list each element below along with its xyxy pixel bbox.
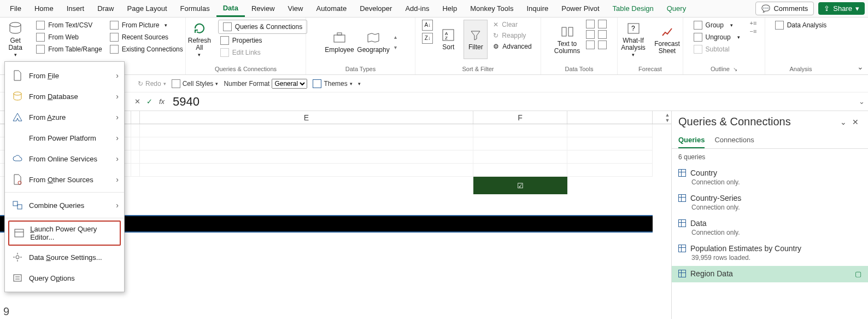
menu-file[interactable]: File: [3, 1, 28, 16]
menu-item-label: Data Source Settings...: [29, 253, 102, 262]
queries-connections-button[interactable]: Queries & Connections: [218, 20, 307, 34]
enter-formula-button[interactable]: ✓: [143, 97, 155, 106]
menu-from-file[interactable]: From File ›: [5, 65, 124, 86]
remove-dupes-icon[interactable]: [586, 30, 595, 39]
column-header-e[interactable]: E: [140, 111, 473, 124]
panel-options-icon[interactable]: ⌄: [837, 118, 849, 126]
sort-asc-icon[interactable]: A↓: [422, 20, 433, 31]
group-button[interactable]: Group▾: [691, 20, 742, 31]
scroll-hint-icon[interactable]: ▲▼: [664, 111, 671, 124]
employee-type-button[interactable]: Employee: [324, 22, 355, 62]
edit-links-button[interactable]: Edit Links: [218, 47, 307, 58]
query-item[interactable]: Population Estimates by Country 39,959 r…: [672, 241, 868, 266]
menu-launch-power-query[interactable]: Launch Power Query Editor...: [8, 221, 121, 246]
recent-sources-button[interactable]: Recent Sources: [108, 32, 185, 43]
menu-from-online-services[interactable]: From Online Services ›: [5, 148, 124, 169]
text-to-columns-button[interactable]: Text to Columns: [552, 20, 583, 59]
menu-query-options[interactable]: Query Options: [5, 268, 124, 288]
menu-help[interactable]: Help: [436, 1, 464, 16]
consolidate-icon[interactable]: [598, 20, 607, 28]
scroll-down-icon[interactable]: ▾: [394, 44, 397, 50]
tab-connections[interactable]: Connections: [714, 132, 754, 148]
collapse-ribbon-icon[interactable]: ⌄: [857, 62, 864, 71]
menu-insert[interactable]: Insert: [60, 1, 91, 16]
panel-close-icon[interactable]: ✕: [849, 118, 861, 126]
menu-data[interactable]: Data: [216, 1, 245, 17]
share-button[interactable]: ⇪ Share ▾: [818, 2, 865, 15]
analysis-icon: [775, 21, 784, 30]
clear-filter-button[interactable]: ✕Clear: [491, 20, 533, 30]
query-item[interactable]: Country Connection only.: [672, 165, 868, 190]
menu-automate[interactable]: Automate: [309, 1, 353, 16]
reapply-button[interactable]: ↻Reapply: [491, 31, 533, 40]
number-format-select[interactable]: General: [272, 79, 307, 89]
cancel-formula-button[interactable]: ✕: [131, 97, 143, 106]
menu-from-azure[interactable]: From Azure ›: [5, 107, 124, 127]
flash-fill-icon[interactable]: [586, 20, 595, 28]
formula-input[interactable]: 5940: [168, 95, 855, 109]
dialog-launcher-icon[interactable]: ↘: [733, 66, 737, 72]
subtotal-button[interactable]: Subtotal: [691, 44, 742, 55]
query-item-selected[interactable]: Region Data ▢: [672, 266, 868, 282]
query-item[interactable]: Data Connection only.: [672, 216, 868, 241]
cell-styles-button[interactable]: Cell Styles▾: [172, 79, 219, 88]
menu-inquire[interactable]: Inquire: [520, 1, 555, 16]
sort-button[interactable]: AZ Sort: [436, 20, 460, 59]
menu-data-source-settings[interactable]: Data Source Settings...: [5, 247, 124, 268]
menu-review[interactable]: Review: [245, 1, 281, 16]
fx-icon[interactable]: fx: [155, 97, 168, 106]
menu-query[interactable]: Query: [660, 1, 693, 16]
menu-power-pivot[interactable]: Power Pivot: [555, 1, 606, 16]
themes-button[interactable]: Themes▾: [313, 79, 352, 88]
menu-addins[interactable]: Add-ins: [398, 1, 436, 16]
scroll-up-icon[interactable]: ▴: [394, 34, 397, 40]
menu-combine-queries[interactable]: Combine Queries ›: [5, 195, 124, 216]
from-table-range-button[interactable]: From Table/Range: [34, 44, 104, 55]
more-qat-button[interactable]: ▾: [358, 81, 361, 86]
from-picture-button[interactable]: From Picture▾: [108, 20, 185, 31]
show-detail-icon[interactable]: +≡: [750, 20, 757, 26]
menu-draw[interactable]: Draw: [91, 1, 120, 16]
menu-home[interactable]: Home: [28, 1, 60, 16]
properties-button[interactable]: Properties: [218, 35, 307, 46]
other-sources-icon: [11, 173, 24, 185]
what-if-button[interactable]: ? What-If Analysis ▾: [618, 20, 649, 59]
relationships-icon[interactable]: [598, 30, 607, 39]
menu-from-database[interactable]: From Database ›: [5, 86, 124, 107]
filter-button[interactable]: Filter: [464, 20, 488, 59]
active-cell[interactable]: ☑: [473, 177, 567, 194]
data-model-icon[interactable]: [598, 40, 607, 49]
ungroup-label: Ungroup: [706, 33, 731, 41]
menu-view[interactable]: View: [281, 1, 310, 16]
from-text-csv-button[interactable]: From Text/CSV: [34, 20, 104, 31]
menu-monkey-tools[interactable]: Monkey Tools: [464, 1, 520, 16]
forecast-sheet-button[interactable]: Forecast Sheet: [652, 20, 683, 59]
query-item[interactable]: Country-Series Connection only.: [672, 190, 868, 216]
sort-desc-icon[interactable]: Z↓: [422, 33, 433, 44]
comments-button[interactable]: 💬 Comments: [755, 2, 814, 15]
column-header-f[interactable]: F: [473, 111, 567, 124]
tab-queries[interactable]: Queries: [678, 132, 705, 148]
menu-page-layout[interactable]: Page Layout: [121, 1, 174, 16]
existing-connections-button[interactable]: Existing Connections: [108, 44, 185, 55]
chevron-down-icon: ▾: [730, 22, 733, 28]
geography-type-button[interactable]: Geography: [358, 22, 389, 62]
data-analysis-button[interactable]: Data Analysis: [773, 20, 829, 31]
menu-table-design[interactable]: Table Design: [606, 1, 660, 16]
chevron-down-icon: ▾: [737, 34, 740, 40]
whatif-icon: ?: [626, 21, 641, 36]
advanced-filter-button[interactable]: ⚙Advanced: [491, 42, 533, 51]
refresh-all-button[interactable]: Refresh All ▾: [184, 20, 215, 59]
expand-formula-bar-icon[interactable]: ⌄: [855, 97, 868, 106]
redo-button[interactable]: ↻Redo▾: [138, 80, 166, 88]
row-header-9[interactable]: 9: [0, 304, 13, 319]
get-data-button[interactable]: Get Data ▾: [0, 20, 31, 59]
data-validation-icon[interactable]: [586, 40, 595, 49]
from-web-button[interactable]: From Web: [34, 32, 104, 43]
menu-formulas[interactable]: Formulas: [174, 1, 216, 16]
menu-developer[interactable]: Developer: [353, 1, 398, 16]
menu-from-other-sources[interactable]: From Other Sources ›: [5, 169, 124, 190]
hide-detail-icon[interactable]: −≡: [750, 28, 757, 34]
menu-from-power-platform[interactable]: From Power Platform ›: [5, 127, 124, 148]
ungroup-button[interactable]: Ungroup▾: [691, 32, 742, 43]
